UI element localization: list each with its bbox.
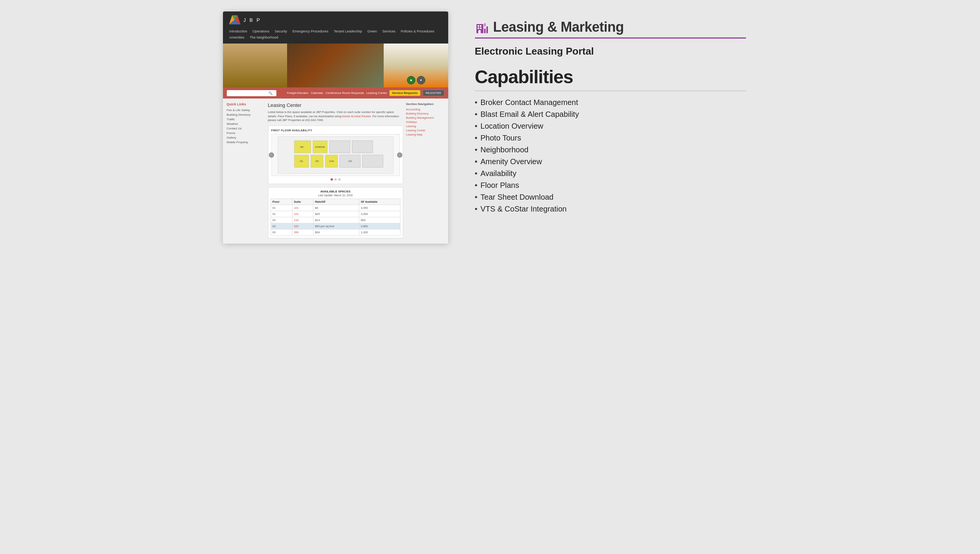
search-input[interactable] xyxy=(229,91,267,95)
svg-rect-21 xyxy=(478,25,479,27)
col-suite: Suite xyxy=(292,199,313,205)
bullet-icon: • xyxy=(475,205,478,213)
cell-suite[interactable]: 350 xyxy=(292,229,313,235)
cell-suite[interactable]: 101 xyxy=(292,211,313,217)
svg-rect-26 xyxy=(484,29,486,33)
section-nav-leasing-center[interactable]: Leasing Center xyxy=(406,129,444,132)
right-sidebar: Section Navigation Accounting Building D… xyxy=(406,102,444,240)
capability-label: Availability xyxy=(481,169,517,178)
cell-floor: 01 xyxy=(271,205,292,211)
nav-amenities[interactable]: Amenities xyxy=(227,34,247,40)
carousel-arrow-left[interactable]: ‹ xyxy=(269,152,274,158)
browser-logo-area: J B P xyxy=(223,11,448,28)
table-row: 01 101 $25 2,000 xyxy=(271,211,400,217)
section-nav-building-mgmt[interactable]: Building Management xyxy=(406,116,444,120)
capability-label: Floor Plans xyxy=(481,181,519,190)
capability-label: Broker Contact Management xyxy=(481,98,578,107)
sidebar-title: Quick Links xyxy=(227,102,265,106)
svg-text:105: 105 xyxy=(315,160,318,162)
purple-underline xyxy=(475,37,746,39)
section-title: Leasing & Marketing xyxy=(493,19,624,35)
section-nav-leasing[interactable]: Leasing xyxy=(406,124,444,128)
nav-emergency[interactable]: Emergency Procedures xyxy=(290,28,331,34)
sidebar-link-contact[interactable]: Contact Us xyxy=(227,127,265,130)
capability-floor-plans: • Floor Plans xyxy=(475,181,746,190)
svg-text:394: 394 xyxy=(300,145,303,148)
nav-tenant[interactable]: Tenant Leadership xyxy=(331,28,365,34)
nav-introduction[interactable]: Introduction xyxy=(227,28,250,34)
bullet-icon: • xyxy=(475,134,478,142)
cell-rate: $30 per sq foot xyxy=(313,223,359,229)
table-row: 02 210 $13 800 xyxy=(271,217,400,223)
leasing-center-link[interactable]: Leasing Center xyxy=(366,91,387,95)
section-nav-title: Section Navigation xyxy=(406,102,444,106)
nav-green[interactable]: Green xyxy=(365,28,379,34)
svg-rect-24 xyxy=(480,27,481,29)
section-nav-holidays[interactable]: Holidays xyxy=(406,120,444,124)
cell-suite[interactable]: 210 xyxy=(292,217,313,223)
cell-sf: 3,450 xyxy=(359,205,400,211)
carousel-dot-1[interactable] xyxy=(331,178,333,181)
conference-room-link[interactable]: Conference Room Requests xyxy=(326,91,364,95)
bullet-icon: • xyxy=(475,157,478,166)
svg-rect-23 xyxy=(478,27,479,29)
section-nav-leasing-map[interactable]: Leasing Map xyxy=(406,133,444,136)
acrobat-reader-link[interactable]: Adobe Acrobat Reader xyxy=(342,115,371,118)
nav-neighborhood[interactable]: The Neighborhood xyxy=(247,34,281,40)
floor-plan-image: ‹ xyxy=(271,134,400,176)
leasing-center-desc: Listed below is the space available at J… xyxy=(268,110,403,123)
carousel-arrow-right[interactable]: › xyxy=(397,152,402,158)
nav-services[interactable]: Services xyxy=(379,28,398,34)
freight-elevator-link[interactable]: Freight Elevator xyxy=(287,91,308,95)
browser-mockup: J B P Introduction Operations Security E… xyxy=(223,11,448,244)
available-spaces: AVAILABLE SPACES Last Update: March 22, … xyxy=(268,187,403,238)
cell-floor: 03 xyxy=(271,223,292,229)
svg-text:115A: 115A xyxy=(329,160,334,162)
capabilities-underline xyxy=(475,90,746,91)
register-button[interactable]: REGISTER xyxy=(423,90,444,96)
nav-security[interactable]: Security xyxy=(272,28,290,34)
svg-rect-28 xyxy=(484,23,486,26)
search-bar-area: 🔍 Freight Elevator Calendar Conference R… xyxy=(223,87,448,99)
table-row: 01 101 $4 3,450 xyxy=(271,205,400,211)
carousel-dot-3[interactable] xyxy=(338,178,341,181)
jbp-logo-icon xyxy=(229,15,241,24)
spaces-table: Floor Suite Rate/SF SF Available 01 101 … xyxy=(271,199,400,236)
available-spaces-date: Last Update: March 22, 2016 xyxy=(271,194,400,197)
sidebar-link-building-directory[interactable]: Building Directory xyxy=(227,113,265,116)
capability-label: Photo Tours xyxy=(481,134,521,142)
sidebar-link-mobile[interactable]: Mobile Property xyxy=(227,141,265,144)
sidebar-link-forms[interactable]: Forms xyxy=(227,131,265,135)
sidebar-links: Fire & Life Safety Building Directory Tr… xyxy=(227,108,265,144)
search-input-wrap[interactable]: 🔍 xyxy=(227,90,276,96)
cell-floor: 03 xyxy=(271,229,292,235)
capabilities-title: Capabilities xyxy=(475,66,746,87)
nav-links-bar: Freight Elevator Calendar Conference Roo… xyxy=(279,90,444,96)
bullet-icon: • xyxy=(475,169,478,178)
section-nav-building-directory[interactable]: Building Directory xyxy=(406,112,444,115)
search-icon: 🔍 xyxy=(268,91,273,95)
leed-badge: ✦ xyxy=(417,76,425,84)
nav-operations[interactable]: Operations xyxy=(250,28,272,34)
sidebar-link-traffic[interactable]: Traffic xyxy=(227,118,265,121)
sidebar-link-weather[interactable]: Weather xyxy=(227,122,265,126)
cell-suite[interactable]: 320 xyxy=(292,223,313,229)
capability-availability: • Availability xyxy=(475,169,746,178)
cell-suite[interactable]: 101 xyxy=(292,205,313,211)
col-floor: Floor xyxy=(271,199,292,205)
col-sf: SF Available xyxy=(359,199,400,205)
sidebar-link-gallery[interactable]: Gallery xyxy=(227,136,265,139)
cell-rate: $34 xyxy=(313,229,359,235)
hero-center xyxy=(287,44,384,87)
calendar-link[interactable]: Calendar xyxy=(311,91,323,95)
capability-broker: • Broker Contact Management xyxy=(475,98,746,107)
cell-sf: 800 xyxy=(359,217,400,223)
section-nav-accounting[interactable]: Accounting xyxy=(406,108,444,111)
svg-rect-22 xyxy=(480,25,481,27)
capability-label: Amenity Overview xyxy=(481,157,542,166)
nav-policies[interactable]: Policies & Procedures xyxy=(398,28,437,34)
carousel-dot-2[interactable] xyxy=(334,178,337,181)
sidebar-link-fire[interactable]: Fire & Life Safety xyxy=(227,108,265,112)
service-requests-button[interactable]: Service Requests xyxy=(389,90,420,96)
floor-plan-svg: 394 VIVARIUM 101 105 115A 119 xyxy=(272,134,399,176)
